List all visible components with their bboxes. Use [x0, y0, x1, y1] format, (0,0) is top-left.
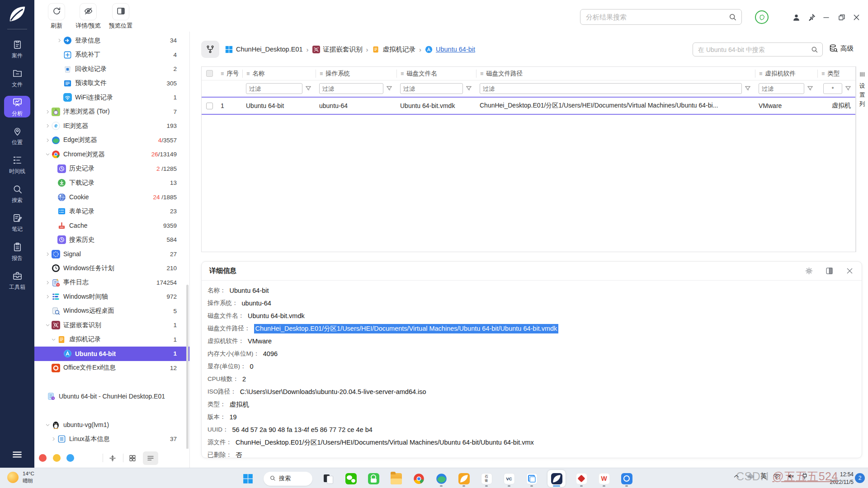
chevron-up-icon[interactable] — [732, 472, 741, 480]
chevron-down-icon[interactable] — [43, 422, 52, 427]
status-dot-red[interactable] — [39, 454, 47, 462]
close-icon[interactable] — [852, 13, 861, 22]
taskbar-app-white-app[interactable] — [480, 470, 493, 487]
tree-item[interactable]: Linux基本信息37 — [34, 432, 189, 446]
filter-input-diskfile[interactable] — [400, 83, 463, 94]
chevron-right-icon[interactable] — [55, 38, 63, 43]
tree-item[interactable]: Windows任务计划210 — [34, 261, 189, 276]
list-view-icon[interactable] — [143, 451, 158, 465]
chevron-right-icon[interactable] — [49, 436, 57, 442]
taskbar-app-green-store[interactable] — [367, 470, 380, 487]
taskbar-app-blue-squares[interactable] — [525, 470, 538, 487]
funnel-icon[interactable] — [386, 85, 393, 92]
tree-item[interactable]: Edge浏览器4/3557 — [34, 133, 189, 148]
funnel-icon[interactable] — [305, 85, 312, 92]
tree-item[interactable]: Ubuntu 64-bit - ChunHei Desktop.E01 — [34, 389, 189, 404]
grid-view-icon[interactable] — [127, 453, 138, 464]
filter-input-name[interactable] — [246, 83, 302, 94]
rail-item-analysis[interactable]: 分析 — [4, 96, 30, 117]
column-header-software[interactable]: ≡虚拟机软件 — [755, 70, 817, 78]
tree-item[interactable]: ubuntu-vg(lvm1) — [34, 418, 189, 432]
tree-item[interactable]: 历史记录2 /1285 — [34, 162, 189, 176]
column-header-os[interactable]: ≡操作系统 — [316, 70, 396, 78]
chevron-right-icon[interactable] — [43, 137, 52, 143]
column-header-no[interactable]: ≡序号 — [217, 70, 242, 78]
taskbar-app-forensic-orange[interactable] — [457, 470, 471, 487]
taskbar-app-file-explorer[interactable] — [389, 470, 403, 487]
filter-input-os[interactable] — [319, 83, 383, 94]
breadcrumb-segment[interactable]: 虚拟机记录 — [383, 45, 416, 54]
tree-item[interactable]: Signal27 — [34, 247, 189, 262]
taskbar-app-security-red[interactable] — [575, 470, 588, 487]
global-search-input[interactable] — [585, 13, 728, 21]
column-header-name[interactable]: ≡名称 — [242, 70, 316, 78]
rail-item-location[interactable]: 位置 — [4, 125, 30, 146]
volume-muted-icon[interactable] — [787, 472, 795, 480]
breadcrumb-current[interactable]: Ubuntu 64-bit — [436, 46, 475, 53]
breadcrumb-segment[interactable]: 证据嵌套识别 — [323, 45, 363, 54]
rail-item-cases[interactable]: 案件 — [4, 38, 30, 60]
close-details-icon[interactable] — [845, 267, 854, 275]
chevron-right-icon[interactable] — [43, 109, 52, 114]
tree-item[interactable]: Cookie24 /1885 — [34, 190, 189, 205]
search-icon[interactable] — [728, 13, 737, 21]
tree-item[interactable]: Cache9359 — [34, 219, 189, 233]
taskbar-app-vc-app[interactable] — [502, 470, 516, 487]
detail-preview-button[interactable]: 详情/预览 — [72, 3, 104, 30]
tree-item[interactable]: 证据嵌套识别1 — [34, 318, 189, 333]
weather-widget[interactable]: 14°C晴朗 — [7, 470, 34, 484]
taskbar-search-pill[interactable]: 搜索 — [264, 472, 312, 486]
rail-item-timeline[interactable]: 时间线 — [4, 154, 30, 175]
license-badge-icon[interactable] — [755, 10, 769, 24]
chevron-down-icon[interactable] — [49, 337, 57, 342]
taskbar-app-wps[interactable] — [597, 470, 611, 487]
status-dot-yellow[interactable] — [53, 454, 61, 462]
preview-position-button[interactable]: 预览位置 — [104, 3, 137, 30]
rail-item-notes[interactable]: 笔记 — [4, 211, 30, 233]
chevron-right-icon[interactable] — [43, 294, 52, 300]
tree-item[interactable]: 事件日志174254 — [34, 276, 189, 290]
taskbar-app-chrome[interactable] — [412, 470, 425, 487]
tree-item[interactable]: 下载记录13 — [34, 176, 189, 190]
taskbar-app-task-view[interactable] — [321, 470, 335, 487]
funnel-icon[interactable] — [465, 85, 472, 92]
tree-item[interactable]: 回收站记录2 — [34, 62, 189, 76]
status-dot-blue[interactable] — [66, 454, 74, 462]
tree-item[interactable]: 洋葱浏览器 (Tor)7 — [34, 105, 189, 119]
notification-badge[interactable]: 2 — [855, 473, 865, 483]
table-row[interactable]: 1 Ubuntu 64-bit ubuntu-64 Ubuntu 64-bit.… — [202, 97, 855, 115]
tree-item[interactable]: 登录信息34 — [34, 33, 189, 48]
user-account-icon[interactable] — [792, 13, 801, 22]
taskbar-app-edge[interactable] — [434, 470, 448, 487]
column-settings-strip[interactable]: 设置列 — [856, 66, 868, 252]
pin-window-icon[interactable] — [807, 13, 816, 22]
tree-scrollbar[interactable] — [186, 285, 189, 452]
chevron-right-icon[interactable] — [43, 251, 52, 257]
rail-item-report[interactable]: 报告 — [4, 240, 30, 262]
cloud-icon[interactable] — [746, 472, 755, 480]
ethernet-icon[interactable] — [801, 472, 809, 480]
select-all-checkbox[interactable] — [202, 70, 217, 78]
minimize-icon[interactable] — [822, 13, 830, 22]
rail-item-files[interactable]: 文件 — [4, 67, 30, 89]
restore-icon[interactable] — [837, 13, 846, 22]
gear-icon[interactable] — [805, 267, 813, 275]
chevron-right-icon[interactable] — [43, 280, 52, 285]
rail-item-search[interactable]: 搜索 — [4, 183, 30, 204]
rail-item-toolbox[interactable]: 工具箱 — [4, 269, 30, 291]
search-icon[interactable] — [811, 46, 818, 53]
tree-item[interactable]: WiFi连接记录1 — [34, 90, 189, 105]
funnel-icon[interactable] — [807, 85, 814, 92]
row-checkbox[interactable] — [206, 103, 213, 109]
funnel-icon[interactable] — [744, 85, 751, 92]
tree-item[interactable]: 搜索历史584 — [34, 233, 189, 247]
advanced-search-button[interactable]: 高级 — [829, 44, 854, 53]
tree-item[interactable]: Chrome浏览器26/13149 — [34, 147, 189, 162]
tree-item[interactable]: 虚拟机记录1 — [34, 333, 189, 347]
tree-item[interactable]: Ubuntu 64-bit1 — [34, 347, 189, 361]
refresh-button[interactable]: 刷新 — [40, 3, 73, 30]
filter-input-type[interactable] — [823, 83, 842, 94]
wifi-icon[interactable] — [773, 472, 781, 480]
tree-item[interactable]: 系统补丁4 — [34, 48, 189, 62]
split-view-icon[interactable] — [107, 453, 118, 464]
